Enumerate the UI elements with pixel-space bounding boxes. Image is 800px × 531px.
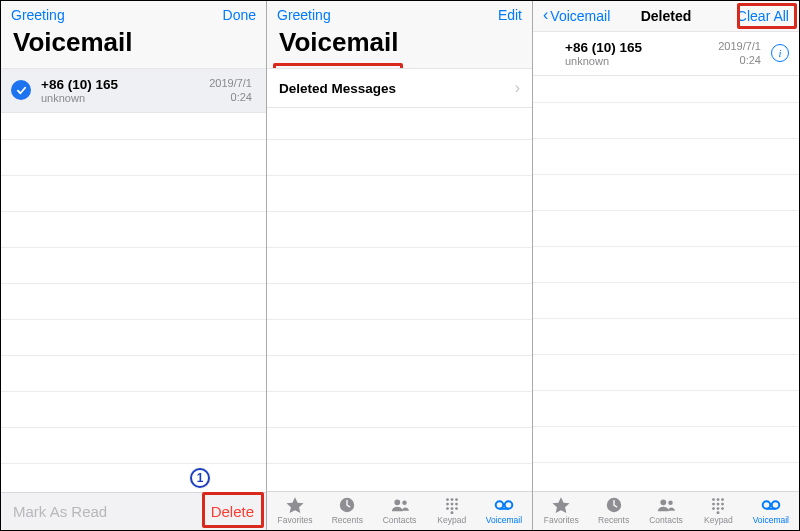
contacts-icon: [389, 496, 411, 514]
tab-contacts[interactable]: Contacts: [373, 496, 425, 525]
greeting-button[interactable]: Greeting: [277, 7, 347, 23]
tab-voicemail[interactable]: Voicemail: [745, 496, 797, 525]
page-title: Voicemail: [267, 25, 532, 68]
contacts-icon: [655, 496, 677, 514]
tab-favorites[interactable]: Favorites: [269, 496, 321, 525]
edit-toolbar: Mark As Read Delete: [1, 492, 266, 530]
svg-point-26: [717, 507, 720, 510]
keypad-icon: [441, 496, 463, 514]
svg-point-5: [455, 498, 458, 501]
voicemail-row[interactable]: +86 (10) 165 unknown 2019/7/1 0:24 i: [533, 31, 799, 76]
svg-point-4: [450, 498, 453, 501]
keypad-icon: [707, 496, 729, 514]
svg-point-3: [446, 498, 449, 501]
svg-point-1: [394, 499, 400, 505]
clear-all-button[interactable]: Clear All: [719, 8, 789, 24]
tab-recents[interactable]: Recents: [321, 496, 373, 525]
voicemail-sub: unknown: [41, 92, 209, 104]
svg-point-27: [721, 507, 724, 510]
svg-point-30: [772, 501, 780, 509]
back-button[interactable]: ‹ Voicemail: [543, 7, 610, 25]
voicemail-date: 2019/7/1: [718, 39, 761, 53]
deleted-messages-row[interactable]: Deleted Messages ›: [267, 68, 532, 108]
svg-point-19: [712, 498, 715, 501]
edit-button[interactable]: Edit: [452, 7, 522, 23]
star-icon: [550, 496, 572, 514]
svg-point-23: [717, 503, 720, 506]
svg-point-14: [505, 501, 513, 509]
page-title-deleted: Deleted: [641, 8, 692, 24]
svg-point-29: [763, 501, 771, 509]
checkmark-icon[interactable]: [11, 80, 31, 100]
clock-icon: [603, 496, 625, 514]
chevron-right-icon: ›: [515, 79, 520, 97]
screen-edit-voicemail: Greeting Done Voicemail +86 (10) 165 unk…: [1, 1, 267, 530]
voicemail-icon: [493, 496, 515, 514]
info-icon[interactable]: i: [771, 44, 789, 62]
svg-point-18: [668, 501, 673, 506]
svg-point-11: [455, 507, 458, 510]
voicemail-duration: 0:24: [718, 53, 761, 67]
delete-button[interactable]: Delete: [211, 503, 254, 520]
tab-keypad[interactable]: Keypad: [426, 496, 478, 525]
svg-point-24: [721, 503, 724, 506]
svg-point-13: [496, 501, 504, 509]
done-button[interactable]: Done: [186, 7, 256, 23]
tab-recents[interactable]: Recents: [587, 496, 639, 525]
svg-point-7: [450, 503, 453, 506]
nav-bar: ‹ Voicemail Deleted Clear All: [533, 1, 799, 27]
voicemail-number: +86 (10) 165: [565, 40, 718, 55]
nav-bar: Greeting Done: [1, 1, 266, 25]
tab-favorites[interactable]: Favorites: [535, 496, 587, 525]
star-icon: [284, 496, 306, 514]
nav-bar: Greeting Edit: [267, 1, 532, 25]
svg-point-17: [660, 499, 666, 505]
page-title: Voicemail: [1, 25, 266, 68]
svg-point-22: [712, 503, 715, 506]
voicemail-list: Deleted Messages ›: [267, 68, 532, 491]
voicemail-duration: 0:24: [209, 90, 252, 104]
svg-point-21: [721, 498, 724, 501]
tab-voicemail[interactable]: Voicemail: [478, 496, 530, 525]
clock-icon: [336, 496, 358, 514]
svg-point-10: [450, 507, 453, 510]
screen-voicemail-main: Greeting Edit Voicemail Deleted Messages…: [267, 1, 533, 530]
svg-point-20: [717, 498, 720, 501]
screen-deleted: ‹ Voicemail Deleted Clear All +86 (10) 1…: [533, 1, 799, 530]
voicemail-row[interactable]: +86 (10) 165 unknown 2019/7/1 0:24: [1, 68, 266, 113]
svg-point-28: [717, 511, 720, 514]
tab-keypad[interactable]: Keypad: [692, 496, 744, 525]
svg-point-8: [455, 503, 458, 506]
svg-point-25: [712, 507, 715, 510]
deleted-messages-label: Deleted Messages: [279, 81, 396, 96]
voicemail-icon: [760, 496, 782, 514]
svg-point-6: [446, 503, 449, 506]
tab-contacts[interactable]: Contacts: [640, 496, 692, 525]
tab-bar: Favorites Recents Contacts Keypad Voicem…: [267, 491, 532, 530]
svg-point-9: [446, 507, 449, 510]
voicemail-list: +86 (10) 165 unknown 2019/7/1 0:24: [1, 68, 266, 492]
chevron-left-icon: ‹: [543, 6, 548, 24]
voicemail-number: +86 (10) 165: [41, 77, 209, 92]
deleted-list: +86 (10) 165 unknown 2019/7/1 0:24 i: [533, 31, 799, 491]
mark-as-read-button: Mark As Read: [13, 503, 107, 520]
svg-point-2: [402, 501, 407, 506]
svg-point-12: [450, 511, 453, 514]
voicemail-date: 2019/7/1: [209, 76, 252, 90]
tab-bar: Favorites Recents Contacts Keypad Voicem…: [533, 491, 799, 530]
voicemail-sub: unknown: [565, 55, 718, 67]
greeting-button[interactable]: Greeting: [11, 7, 81, 23]
